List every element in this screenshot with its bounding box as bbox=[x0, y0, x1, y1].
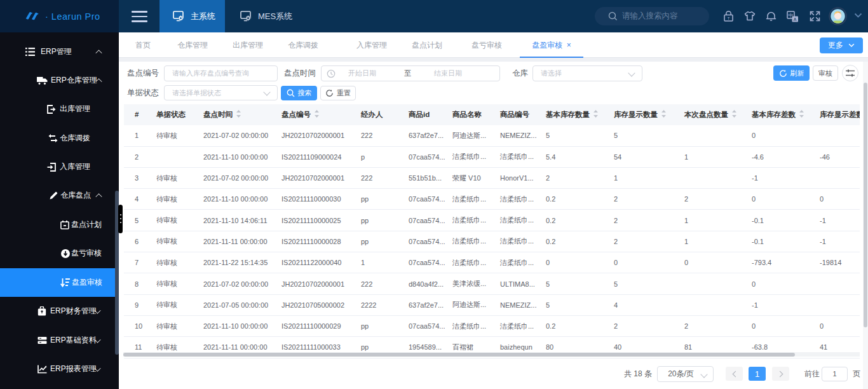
svg-text:A: A bbox=[794, 17, 797, 22]
svg-text:T: T bbox=[728, 17, 730, 20]
